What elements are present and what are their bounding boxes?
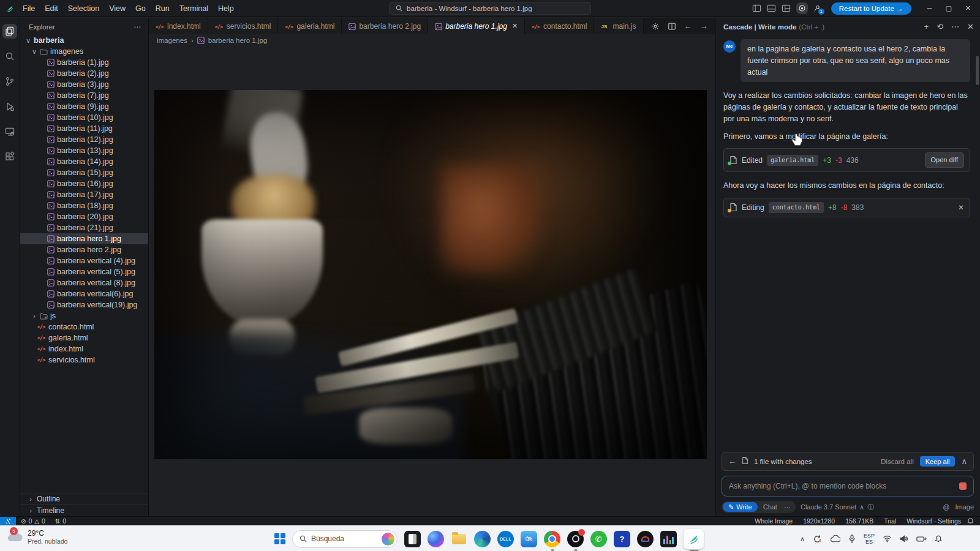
file-row[interactable]: barberia (13).jpg: [20, 145, 148, 156]
hidden-icons-chevron[interactable]: ∧: [800, 535, 805, 543]
settings-gear-icon[interactable]: [651, 22, 660, 31]
toggle-sidebar-icon[interactable]: [752, 4, 761, 13]
app-copilot-icon[interactable]: [428, 531, 444, 547]
file-row[interactable]: barberia vertical(6).jpg: [20, 288, 148, 299]
file-row[interactable]: barberia (14).jpg: [20, 156, 148, 167]
file-row[interactable]: barberia (7).jpg: [20, 90, 148, 101]
file-row[interactable]: barberia (16).jpg: [20, 178, 148, 189]
app-quiz-icon[interactable]: ?: [614, 531, 630, 547]
file-row[interactable]: barberia vertical (5).jpg: [20, 266, 148, 277]
prev-change-icon[interactable]: ←: [728, 457, 736, 466]
mode-more-icon[interactable]: ⋯: [783, 503, 794, 511]
app-audio-mixer-icon[interactable]: [660, 531, 677, 547]
statusbar-item[interactable]: Trial: [884, 517, 896, 525]
file-row[interactable]: barberia (9).jpg: [20, 101, 148, 112]
tab-index-html[interactable]: </>index.html: [149, 18, 208, 34]
menu-item[interactable]: Terminal: [175, 2, 213, 15]
wifi-icon[interactable]: [883, 535, 892, 542]
collapse-changes-icon[interactable]: ∧: [961, 457, 967, 466]
app-dell-icon[interactable]: DELL: [497, 531, 514, 547]
timeline-section[interactable]: › Timeline: [20, 504, 148, 516]
stop-button[interactable]: [959, 482, 967, 490]
statusbar-item[interactable]: 1920x1280: [803, 517, 835, 525]
menu-item[interactable]: Run: [151, 2, 175, 15]
tab-barberia-hero-1-active[interactable]: barberia hero 1.jpg✕: [428, 18, 525, 34]
file-row[interactable]: barberia (3).jpg: [20, 79, 148, 90]
onedrive-cloud-icon[interactable]: [830, 535, 840, 543]
source-control-icon[interactable]: [2, 74, 17, 89]
file-row[interactable]: barberia (15).jpg: [20, 167, 148, 178]
file-row[interactable]: barberia (1).jpg: [20, 57, 148, 68]
breadcrumb[interactable]: imagenes › barberia hero 1.jpg: [149, 34, 715, 47]
close-tab-icon[interactable]: ✕: [512, 22, 518, 30]
app-edge-icon[interactable]: [474, 531, 491, 547]
folder-row-js[interactable]: › js: [20, 310, 148, 321]
open-diff-button[interactable]: Open diff: [925, 152, 964, 168]
notification-bell-icon[interactable]: [935, 535, 942, 543]
split-editor-icon[interactable]: [668, 22, 676, 31]
explorer-icon[interactable]: [2, 24, 17, 39]
close-button[interactable]: ✕: [959, 1, 978, 15]
file-row[interactable]: </> galeria.html: [20, 332, 148, 343]
tab-galeria-html[interactable]: </>galeria.html: [278, 18, 342, 34]
microphone-icon[interactable]: [848, 534, 856, 543]
chat-mode-button[interactable]: Chat: [759, 503, 782, 512]
notifications-bell-icon[interactable]: [967, 517, 974, 525]
edit-card-contacto[interactable]: Editing contacto.html +8 -8 383 ✕: [723, 198, 970, 217]
sync-icon[interactable]: [813, 534, 822, 544]
app-chrome-icon[interactable]: [544, 531, 560, 547]
edit-card-galeria[interactable]: Edited galeria.html +3 -3 436 Open diff: [723, 148, 970, 172]
run-debug-icon[interactable]: [2, 99, 17, 114]
breadcrumb-folder[interactable]: imagenes: [157, 37, 187, 44]
folder-row-imagenes[interactable]: ∨ imagenes: [20, 46, 148, 57]
more-options-icon[interactable]: ⋯: [951, 22, 959, 31]
keep-all-button[interactable]: Keep all: [920, 456, 956, 467]
file-row[interactable]: barberia vertical(19).jpg: [20, 299, 148, 310]
app-microsoft-store-icon[interactable]: 🛍: [521, 531, 537, 547]
minimize-button[interactable]: ─: [921, 1, 939, 15]
problems-indicator[interactable]: ⊘ 0 △ 0 ⇅ 0: [21, 517, 66, 525]
file-row[interactable]: </> servicios.html: [20, 354, 148, 365]
cancel-edit-icon[interactable]: ✕: [958, 202, 964, 213]
file-row[interactable]: barberia vertical (8).jpg: [20, 277, 148, 288]
customize-layout-icon[interactable]: [782, 4, 791, 13]
language-indicator[interactable]: ESPES: [864, 533, 875, 545]
command-center-search[interactable]: barberia - Windsurf - barberia hero 1.jp…: [389, 2, 591, 15]
statusbar-item[interactable]: Whole Image: [755, 517, 793, 525]
speaker-icon[interactable]: [900, 535, 908, 542]
hero-photo[interactable]: [154, 90, 707, 459]
cascade-input[interactable]: Ask anything (Ctrl+L), @ to mention code…: [722, 476, 974, 497]
file-row[interactable]: barberia vertical (4).jpg: [20, 255, 148, 266]
new-conversation-icon[interactable]: +: [924, 22, 929, 31]
file-row[interactable]: barberia (17).jpg: [20, 189, 148, 200]
model-selector[interactable]: Claude 3.7 Sonnet ∧ ⓘ: [801, 503, 874, 512]
navigate-forward-icon[interactable]: →: [700, 21, 708, 31]
breadcrumb-file[interactable]: barberia hero 1.jpg: [208, 37, 268, 44]
battery-bluetooth-icon[interactable]: [916, 535, 927, 543]
tab-contacto-html[interactable]: </>contacto.html: [525, 18, 594, 34]
scrollbar-thumb[interactable]: [976, 56, 979, 85]
statusbar-item[interactable]: 156.71KB: [845, 517, 873, 525]
menu-item[interactable]: Edit: [40, 2, 63, 15]
app-file-explorer-icon[interactable]: [451, 531, 467, 547]
file-row[interactable]: barberia (21).jpg: [20, 222, 148, 233]
discard-all-button[interactable]: Discard all: [881, 458, 914, 465]
app-notepad-icon[interactable]: [404, 531, 421, 547]
file-row[interactable]: barberia (10).jpg: [20, 112, 148, 123]
extensions-icon[interactable]: [2, 149, 17, 164]
search-icon[interactable]: [2, 49, 17, 64]
outline-section[interactable]: › Outline: [20, 493, 148, 504]
file-row[interactable]: barberia (2).jpg: [20, 68, 148, 79]
edited-file-chip[interactable]: galeria.html: [767, 155, 818, 166]
weather-widget[interactable]: 5 29°C Pred. nublado: [6, 529, 67, 545]
navigate-back-icon[interactable]: ←: [684, 21, 692, 31]
restart-to-update-button[interactable]: Restart to Update →: [831, 2, 911, 15]
start-button[interactable]: [274, 533, 285, 544]
close-panel-icon[interactable]: ✕: [967, 22, 974, 31]
app-windsurf-icon-active[interactable]: [684, 529, 704, 549]
tab-main-js[interactable]: JSmain.js: [594, 18, 643, 34]
account-icon[interactable]: 1: [813, 4, 822, 13]
file-row[interactable]: barberia hero 1.jpg: [20, 233, 148, 244]
file-row[interactable]: </> index.html: [20, 343, 148, 354]
remote-explorer-icon[interactable]: [2, 124, 17, 139]
